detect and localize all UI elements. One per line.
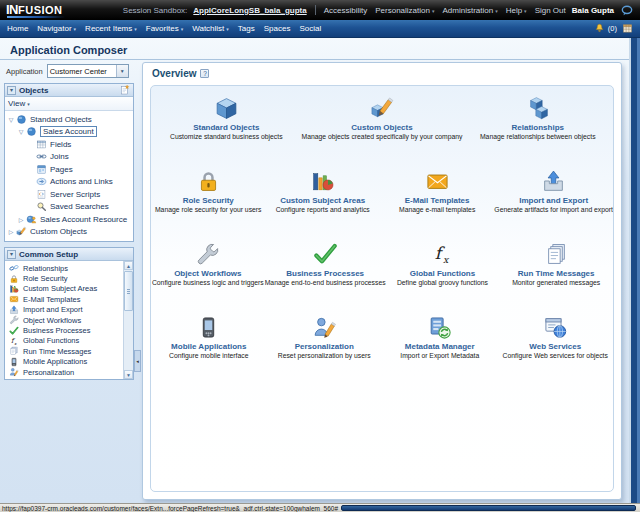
tree-item-pages[interactable]: Pages [5, 163, 133, 176]
tile-title-link[interactable]: Business Processes [265, 269, 386, 278]
tree-item-sales-account[interactable]: ▽Sales Account [5, 126, 133, 139]
scroll-down-icon[interactable]: ▼ [124, 370, 133, 379]
globe-icon [26, 126, 37, 137]
tile-title-link[interactable]: Relationships [462, 123, 613, 132]
overview-tile-object-workflows[interactable]: Object WorkflowsConfigure business logic… [151, 242, 265, 286]
global-link-accessibility[interactable]: Accessibility [324, 6, 368, 15]
tile-description: Configure reports and analytics [265, 206, 379, 213]
objects-panel-header[interactable]: ▾ Objects [5, 84, 133, 97]
overview-tile-business-processes[interactable]: Business ProcessesManage end-to-end busi… [265, 242, 386, 286]
setup-item-e-mail-templates[interactable]: E-Mail Templates [5, 294, 123, 304]
overview-tile-e-mail-templates[interactable]: E-Mail TemplatesManage e-mail templates [380, 169, 494, 213]
application-select[interactable]: Customer Center ▼ [47, 64, 129, 78]
tree-item-sales-account-resource[interactable]: ▷Sales Account Resource [5, 213, 133, 226]
global-link-help[interactable]: Help▾ [506, 6, 527, 15]
overview-tile-metadata-manager[interactable]: Metadata ManagerImport or Export Metadat… [382, 315, 498, 359]
application-selector-row: Application Customer Center ▼ [6, 64, 134, 78]
overview-tile-custom-objects[interactable]: Custom ObjectsManage objects created spe… [302, 96, 463, 140]
tile-title-link[interactable]: Mobile Applications [151, 342, 267, 351]
collapse-toggle-icon[interactable]: ▷ [7, 228, 15, 235]
chevron-down-icon: ▾ [27, 101, 30, 107]
menu-item-favorites[interactable]: Favorites▾ [146, 24, 183, 33]
overview-tile-standard-objects[interactable]: Standard ObjectsCustomize standard busin… [151, 96, 302, 140]
splitter-collapse-handle[interactable]: ◂ [134, 350, 141, 372]
tile-title-link[interactable]: Run Time Messages [499, 269, 613, 278]
setup-item-run-time-messages[interactable]: Run Time Messages [5, 346, 123, 356]
scroll-up-icon[interactable]: ▲ [124, 261, 133, 270]
overview-tile-import-and-export[interactable]: Import and ExportGenerate artifacts for … [494, 169, 613, 213]
sidebar-splitter[interactable]: ◂ [134, 62, 141, 503]
tile-title-link[interactable]: E-Mail Templates [380, 196, 494, 205]
menu-item-navigator[interactable]: Navigator▾ [37, 24, 76, 33]
overview-tile-relationships[interactable]: RelationshipsManage relationships betwee… [462, 96, 613, 140]
global-link-personalization[interactable]: Personalization▾ [375, 6, 434, 15]
tile-description: Define global groovy functions [386, 279, 500, 286]
overview-tile-custom-subject-areas[interactable]: Custom Subject AreasConfigure reports an… [265, 169, 379, 213]
tile-title-link[interactable]: Global Functions [386, 269, 500, 278]
chat-bubble-icon[interactable] [620, 4, 634, 17]
scrollbar-thumb[interactable] [124, 271, 133, 311]
setup-item-import-and-export[interactable]: Import and Export [5, 305, 123, 315]
setup-item-relationships[interactable]: Relationships [5, 263, 123, 273]
application-label: Application [6, 67, 43, 76]
setup-item-global-functions[interactable]: fxGlobal Functions [5, 336, 123, 346]
tree-item-saved-searches[interactable]: Saved Searches [5, 201, 133, 214]
session-sandbox-label: Session Sandbox: [123, 6, 188, 15]
tile-title-link[interactable]: Custom Subject Areas [265, 196, 379, 205]
menu-item-spaces[interactable]: Spaces [264, 24, 291, 33]
menu-item-tags[interactable]: Tags [238, 24, 255, 33]
overview-tile-global-functions[interactable]: fxGlobal FunctionsDefine global groovy f… [386, 242, 500, 286]
setup-item-label: Run Time Messages [23, 347, 91, 356]
overview-tile-mobile-applications[interactable]: Mobile ApplicationsConfigure mobile inte… [151, 315, 267, 359]
import-export-icon [9, 305, 19, 315]
collapse-panel-icon[interactable]: ▾ [7, 250, 16, 259]
view-menu-button[interactable]: View ▾ [8, 99, 30, 108]
menu-item-recent-items[interactable]: Recent Items▾ [85, 24, 137, 33]
global-link-administration[interactable]: Administration▾ [442, 6, 497, 15]
tile-title-link[interactable]: Object Workflows [151, 269, 265, 278]
scrollbar[interactable]: ▲ ▼ [123, 261, 133, 379]
chevron-down-icon[interactable]: ▼ [116, 65, 128, 77]
session-sandbox-link[interactable]: ApplCoreLongSB_bala_gupta [193, 6, 306, 15]
setup-item-role-security[interactable]: Role Security [5, 273, 123, 283]
setup-item-business-processes[interactable]: Business Processes [5, 325, 123, 335]
joins-icon [36, 151, 47, 162]
setup-item-object-workflows[interactable]: Object Workflows [5, 315, 123, 325]
overview-tile-web-services[interactable]: Web ServicesConfigure Web services for o… [498, 315, 614, 359]
menu-item-home[interactable]: Home [7, 24, 28, 33]
tree-item-server-scripts[interactable]: Server Scripts [5, 188, 133, 201]
check-icon [313, 242, 338, 267]
overview-tile-role-security[interactable]: Role SecurityManage role security for yo… [151, 169, 265, 213]
tile-title-link[interactable]: Standard Objects [151, 123, 302, 132]
tile-description: Configure mobile interface [151, 352, 267, 359]
help-icon[interactable]: ? [200, 69, 209, 78]
tree-item-joins[interactable]: Joins [5, 151, 133, 164]
tree-item-actions-and-links[interactable]: Actions and Links [5, 176, 133, 189]
overview-tile-personalization[interactable]: PersonalizationReset personalization by … [267, 315, 383, 359]
tile-title-link[interactable]: Role Security [151, 196, 265, 205]
tree-label: Custom Objects [30, 227, 87, 236]
setup-item-personalization[interactable]: Personalization [5, 367, 123, 377]
tree-item-custom-objects[interactable]: ▷Custom Objects [5, 226, 133, 239]
menu-item-social[interactable]: Social [299, 24, 321, 33]
tree-item-fields[interactable]: Fields [5, 138, 133, 151]
global-link-sign-out[interactable]: Sign Out [535, 6, 566, 15]
common-setup-header[interactable]: ▾ Common Setup [5, 248, 133, 261]
overview-tile-run-time-messages[interactable]: Run Time MessagesMonitor generated messa… [499, 242, 613, 286]
tree-item-standard-objects[interactable]: ▽Standard Objects [5, 113, 133, 126]
tile-title-link[interactable]: Custom Objects [302, 123, 463, 132]
tile-title-link[interactable]: Web Services [498, 342, 614, 351]
tile-title-link[interactable]: Import and Export [494, 196, 613, 205]
collapse-toggle-icon[interactable]: ▷ [17, 216, 25, 223]
table-grid-icon[interactable] [622, 23, 633, 34]
menu-item-watchlist[interactable]: Watchlist▾ [192, 24, 229, 33]
tile-title-link[interactable]: Metadata Manager [382, 342, 498, 351]
tile-title-link[interactable]: Personalization [267, 342, 383, 351]
setup-item-custom-subject-areas[interactable]: Custom Subject Areas [5, 284, 123, 294]
expand-toggle-icon[interactable]: ▽ [17, 128, 25, 135]
new-object-icon[interactable] [119, 84, 131, 96]
notifications-bell-icon[interactable] [594, 23, 605, 34]
collapse-panel-icon[interactable]: ▾ [7, 86, 16, 95]
setup-item-mobile-applications[interactable]: Mobile Applications [5, 357, 123, 367]
expand-toggle-icon[interactable]: ▽ [7, 116, 15, 123]
